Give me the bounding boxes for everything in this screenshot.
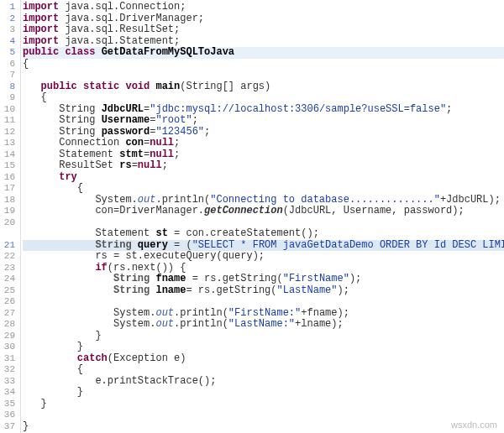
code-line[interactable]: {: [23, 364, 504, 376]
line-number: 13: [0, 138, 15, 149]
token-kw: catch: [77, 352, 108, 364]
line-number: 16: [0, 172, 15, 184]
token-str: "LastName": [277, 284, 338, 296]
code-line[interactable]: System.out.println("FirstName:"+fname);: [23, 308, 504, 320]
line-number: 7: [0, 70, 15, 81]
token-typ: String: [113, 284, 150, 296]
line-number: 31: [0, 353, 15, 365]
token-cls: main: [155, 81, 180, 92]
line-number: 9: [0, 92, 15, 104]
code-line[interactable]: catch(Exception e): [23, 353, 504, 365]
code-line[interactable]: public class GetDataFromMySQLToJava: [23, 47, 504, 59]
watermark-text: wsxdn.com: [451, 420, 497, 430]
line-number: 35: [0, 399, 15, 410]
line-number: 34: [0, 387, 15, 399]
code-line[interactable]: }: [23, 421, 504, 433]
code-line[interactable]: String query = ("SELECT * FROM javaGetDa…: [23, 240, 504, 252]
code-line[interactable]: }: [23, 399, 504, 410]
code-line[interactable]: String password="123456";: [23, 127, 504, 138]
line-number: 6: [0, 59, 15, 70]
code-line[interactable]: String Username="root";: [23, 115, 504, 127]
code-line[interactable]: String lname= rs.getString("LastName");: [23, 285, 504, 297]
token-cls: rs: [119, 159, 131, 171]
line-number: 27: [0, 308, 15, 320]
line-number: 14: [0, 149, 15, 161]
code-line[interactable]: [23, 296, 504, 308]
code-line[interactable]: public static void main(String[] args): [23, 81, 504, 93]
line-number: 33: [0, 376, 15, 388]
code-line[interactable]: import java.sql.ResultSet;: [23, 24, 504, 36]
line-number: 8: [0, 81, 15, 93]
token-fld: out: [155, 307, 174, 319]
code-line[interactable]: import java.sql.Connection;: [23, 2, 504, 13]
line-number: 17: [0, 183, 15, 195]
code-line[interactable]: Statement stmt=null;: [23, 149, 504, 161]
code-line[interactable]: e.printStackTrace();: [23, 376, 504, 388]
token-cls: GetDataFromMySQLToJava: [102, 46, 234, 58]
code-line[interactable]: {: [23, 59, 504, 70]
token-kw: if: [95, 262, 107, 274]
line-number: 23: [0, 263, 15, 274]
code-line[interactable]: }: [23, 342, 504, 353]
code-line[interactable]: System.out.println("Connecting to databa…: [23, 195, 504, 206]
line-number: 19: [0, 206, 15, 217]
line-number: 11: [0, 115, 15, 127]
line-number: 20: [0, 217, 15, 229]
line-number: 2: [0, 13, 15, 25]
code-line[interactable]: if(rs.next()) {: [23, 263, 504, 274]
line-number: 12: [0, 127, 15, 138]
token-kw: null: [138, 159, 162, 171]
line-number: 10: [0, 104, 15, 116]
line-number: 37: [0, 421, 15, 433]
code-line[interactable]: import java.sql.DriverManager;: [23, 13, 504, 25]
token-kw: public static void: [41, 81, 150, 92]
line-number-gutter: 1234567891011121314151617181920 21222324…: [0, 0, 21, 433]
code-line[interactable]: [23, 410, 504, 421]
code-content[interactable]: import java.sql.Connection;import java.s…: [21, 0, 504, 433]
code-line[interactable]: try: [23, 172, 504, 184]
code-line[interactable]: }: [23, 331, 504, 342]
code-line[interactable]: {: [23, 92, 504, 104]
line-number: [0, 228, 15, 240]
token-fld: out: [155, 318, 174, 330]
line-number: 30: [0, 342, 15, 353]
code-line[interactable]: String JdbcURL="jdbc:mysql://localhost:3…: [23, 104, 504, 116]
token-cls: Username: [102, 114, 150, 126]
token-kw: null: [150, 149, 174, 160]
line-number: 36: [0, 410, 15, 421]
line-number: 18: [0, 195, 15, 206]
token-cls: JdbcURL: [102, 103, 144, 115]
code-line[interactable]: System.out.println("LastName:"+lname);: [23, 319, 504, 331]
token-kw: import: [23, 23, 59, 35]
token-str: "Connecting to database..............": [210, 194, 440, 206]
code-line[interactable]: import java.sql.Statement;: [23, 36, 504, 48]
line-number: 5: [0, 47, 15, 59]
code-line[interactable]: ResultSet rs=null;: [23, 160, 504, 172]
token-str: "LastName:": [228, 318, 295, 330]
code-line[interactable]: Statement st = con.createStatement();: [23, 228, 504, 240]
code-line[interactable]: [23, 217, 504, 229]
line-number: 26: [0, 296, 15, 308]
token-kw: public class: [23, 46, 95, 58]
token-cls: query: [138, 239, 168, 251]
code-line[interactable]: String fname = rs.getString("FirstName")…: [23, 274, 504, 285]
token-cls: stmt: [119, 149, 144, 160]
code-line[interactable]: rs = st.executeQuery(query);: [23, 251, 504, 263]
token-kw: import: [23, 35, 59, 47]
token-str: "FirstName": [283, 273, 349, 284]
code-line[interactable]: [23, 70, 504, 81]
code-line[interactable]: }: [23, 387, 504, 399]
token-kw: import: [23, 13, 59, 24]
line-number: 1: [0, 2, 15, 13]
code-editor: 1234567891011121314151617181920 21222324…: [0, 0, 504, 433]
code-line[interactable]: con=DriverManager.getConnection(JdbcURL,…: [23, 206, 504, 217]
line-number: 32: [0, 364, 15, 376]
token-str: "FirstName:": [228, 307, 301, 319]
code-line[interactable]: {: [23, 183, 504, 195]
code-line[interactable]: Connection con=null;: [23, 138, 504, 149]
line-number: 22: [0, 251, 15, 263]
token-fn: getConnection: [204, 205, 283, 216]
token-str: "SELECT * FROM javaGetDataDemo ORDER BY …: [192, 239, 504, 251]
token-cls: lname: [155, 284, 186, 296]
token-kw: import: [23, 1, 59, 13]
